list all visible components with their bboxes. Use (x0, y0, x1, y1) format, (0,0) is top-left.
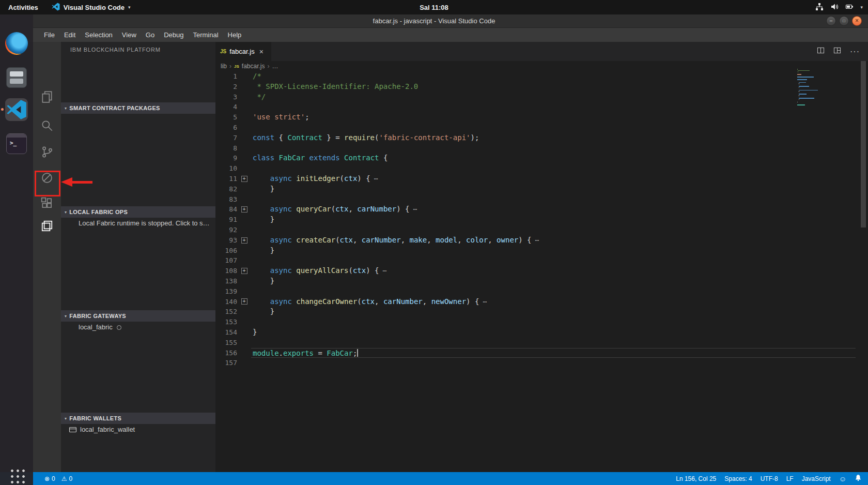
code-text[interactable]: } (251, 246, 856, 256)
code-line-139[interactable]: 139 (215, 286, 856, 297)
show-applications-icon[interactable] (9, 467, 25, 483)
code-line-108[interactable]: 108+ async queryAllCars(ctx) {⋯ (215, 266, 856, 276)
indentation-setting[interactable]: Spaces: 4 (724, 475, 752, 482)
code-text[interactable]: } (251, 276, 856, 286)
cursor-position[interactable]: Ln 156, Col 25 (676, 475, 716, 482)
code-line-107[interactable]: 107 (215, 255, 856, 266)
firefox-icon[interactable] (5, 32, 28, 55)
bell-icon[interactable] (855, 474, 862, 483)
code-text[interactable]: } (251, 307, 856, 317)
gateway-local-fabric-item[interactable]: local_fabric (79, 322, 121, 333)
code-text[interactable]: } (251, 327, 856, 338)
code-text[interactable]: class FabCar extends Contract { (251, 153, 856, 163)
breadcrumb[interactable]: lib › JS fabcar.js › … (215, 61, 868, 71)
code-text[interactable] (251, 163, 856, 174)
code-line-82[interactable]: 82 } (215, 184, 856, 194)
code-text[interactable]: async initLedger(ctx) {⋯ (251, 174, 856, 184)
more-actions-icon[interactable]: ··· (850, 49, 860, 54)
code-text[interactable]: } (251, 184, 856, 194)
local-fabric-runtime-item[interactable]: Local Fabric runtime is stopped. Click t… (79, 218, 210, 229)
code-line-155[interactable]: 155 (215, 338, 856, 348)
system-tray[interactable]: ▾ (815, 0, 863, 14)
section-smart-contract-packages[interactable]: ▾SMART CONTRACT PACKAGES (61, 102, 215, 114)
code-text[interactable] (251, 102, 856, 112)
code-line-9[interactable]: 9class FabCar extends Contract { (215, 153, 856, 163)
code-text[interactable] (251, 286, 856, 297)
breadcrumb-folder[interactable]: lib (221, 63, 227, 70)
search-icon[interactable] (36, 114, 58, 137)
language-mode[interactable]: JavaScript (802, 475, 831, 482)
maximize-button[interactable]: □ (839, 16, 849, 26)
source-control-icon[interactable] (36, 141, 58, 163)
tab-close-icon[interactable]: × (259, 48, 264, 56)
code-text[interactable] (251, 123, 856, 133)
close-button[interactable]: × (852, 16, 862, 26)
code-text[interactable] (251, 358, 856, 368)
menu-go[interactable]: Go (141, 28, 159, 42)
code-line-6[interactable]: 6 (215, 123, 856, 133)
minimize-button[interactable]: − (826, 16, 836, 26)
code-text[interactable]: module.exports = FabCar; (251, 348, 856, 358)
code-line-4[interactable]: 4 (215, 102, 856, 112)
section-fabric-wallets[interactable]: ▾FABRIC WALLETS (61, 413, 215, 424)
minimap[interactable] (797, 69, 834, 108)
code-area[interactable]: 1/*2 * SPDX-License-Identifier: Apache-2… (215, 71, 856, 472)
terminal-icon[interactable] (5, 132, 28, 155)
code-line-83[interactable]: 83 (215, 194, 856, 205)
wallet-local-fabric-item[interactable]: local_fabric_wallet (69, 424, 135, 435)
code-text[interactable] (251, 225, 856, 235)
vscode-icon[interactable] (5, 98, 28, 121)
code-line-2[interactable]: 2 * SPDX-License-Identifier: Apache-2.0 (215, 82, 856, 92)
code-line-11[interactable]: 11+ async initLedger(ctx) {⋯ (215, 174, 856, 184)
code-line-3[interactable]: 3 */ (215, 92, 856, 102)
code-line-140[interactable]: 140+ async changeCarOwner(ctx, carNumber… (215, 297, 856, 307)
clock[interactable]: Sal 11:08 (0, 4, 868, 11)
menu-terminal[interactable]: Terminal (188, 28, 223, 42)
code-line-1[interactable]: 1/* (215, 71, 856, 82)
feedback-smiley-icon[interactable]: ☺ (839, 475, 846, 483)
problems-warnings[interactable]: ⚠ 0 (61, 475, 72, 482)
code-text[interactable]: async changeCarOwner(ctx, carNumber, new… (251, 297, 856, 307)
folded-region-badge[interactable]: ⋯ (383, 267, 387, 275)
code-line-10[interactable]: 10 (215, 163, 856, 174)
menu-debug[interactable]: Debug (159, 28, 188, 42)
tab-fabcar-js[interactable]: JS fabcar.js × (215, 42, 271, 61)
explorer-icon[interactable] (36, 85, 58, 108)
fold-toggle-icon[interactable]: + (241, 176, 247, 182)
code-line-138[interactable]: 138 } (215, 276, 856, 286)
section-fabric-gateways[interactable]: ▾FABRIC GATEWAYS (61, 310, 215, 322)
problems-errors[interactable]: ⊗ 0 (44, 475, 55, 482)
editor-layout-icon[interactable] (833, 47, 841, 56)
folded-region-badge[interactable]: ⋯ (535, 236, 539, 244)
code-text[interactable] (251, 317, 856, 327)
window-titlebar[interactable]: fabcar.js - javascript - Visual Studio C… (0, 14, 868, 28)
code-text[interactable]: */ (251, 92, 856, 102)
folded-region-badge[interactable]: ⋯ (374, 175, 378, 183)
editor-scrollbar[interactable] (861, 61, 866, 228)
code-line-154[interactable]: 154} (215, 327, 856, 338)
menu-file[interactable]: File (39, 28, 59, 42)
code-line-153[interactable]: 153 (215, 317, 856, 327)
code-text[interactable]: async queryCar(ctx, carNumber) {⋯ (251, 204, 856, 215)
code-line-8[interactable]: 8 (215, 143, 856, 154)
code-text[interactable] (251, 338, 856, 348)
fold-toggle-icon[interactable]: + (241, 206, 247, 213)
fold-toggle-icon[interactable]: + (241, 298, 247, 305)
code-text[interactable] (251, 255, 856, 266)
menu-edit[interactable]: Edit (59, 28, 80, 42)
breadcrumb-symbol[interactable]: … (272, 63, 278, 70)
code-line-84[interactable]: 84+ async queryCar(ctx, carNumber) {⋯ (215, 204, 856, 215)
code-text[interactable] (251, 194, 856, 205)
split-editor-icon[interactable] (817, 47, 825, 56)
code-text[interactable]: async createCar(ctx, carNumber, make, mo… (251, 235, 856, 246)
code-line-7[interactable]: 7const { Contract } = require('fabric-co… (215, 133, 856, 143)
breadcrumb-file[interactable]: fabcar.js (242, 63, 265, 70)
encoding-setting[interactable]: UTF-8 (761, 475, 778, 482)
code-line-5[interactable]: 5'use strict'; (215, 112, 856, 123)
code-line-152[interactable]: 152 } (215, 307, 856, 317)
code-text[interactable]: * SPDX-License-Identifier: Apache-2.0 (251, 82, 856, 92)
code-text[interactable]: 'use strict'; (251, 112, 856, 123)
menu-view[interactable]: View (117, 28, 141, 42)
ibm-blockchain-platform-icon[interactable] (36, 215, 58, 237)
code-line-157[interactable]: 157 (215, 358, 856, 368)
